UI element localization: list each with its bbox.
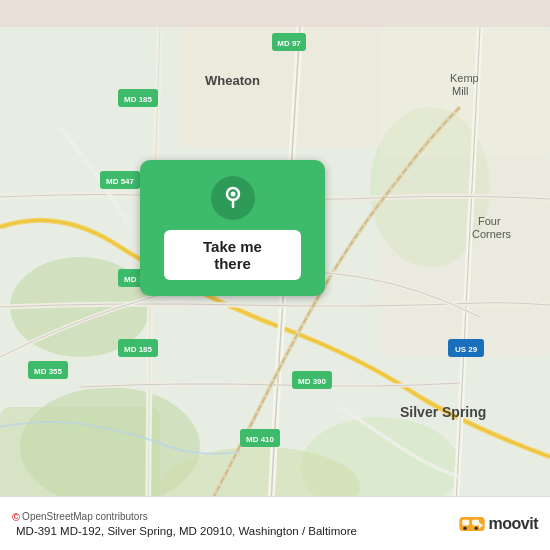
osm-text: OpenStreetMap contributors — [22, 511, 148, 522]
moovit-logo-icon — [458, 514, 486, 534]
osm-logo: © — [12, 511, 20, 523]
svg-text:Mill: Mill — [452, 85, 469, 97]
svg-point-35 — [230, 192, 235, 197]
svg-point-40 — [474, 526, 478, 530]
svg-text:MD 410: MD 410 — [246, 435, 275, 444]
svg-text:MD 185: MD 185 — [124, 345, 153, 354]
green-card: Take me there — [140, 160, 325, 296]
svg-point-39 — [463, 526, 467, 530]
svg-rect-37 — [462, 519, 469, 525]
location-pin-icon — [221, 184, 245, 212]
bottom-bar: © OpenStreetMap contributors MD-391 MD-1… — [0, 496, 550, 550]
svg-text:Kemp: Kemp — [450, 72, 479, 84]
map-container: Wheaton Kemp Mill Four Corners Silver Sp… — [0, 0, 550, 550]
svg-text:Wheaton: Wheaton — [205, 73, 260, 88]
location-label: MD-391 MD-192, Silver Spring, MD 20910, … — [12, 525, 458, 537]
svg-text:Silver Spring: Silver Spring — [400, 404, 486, 420]
svg-rect-38 — [472, 519, 479, 525]
moovit-brand: moovit — [458, 514, 538, 534]
svg-text:MD 185: MD 185 — [124, 95, 153, 104]
svg-text:Four: Four — [478, 215, 501, 227]
moovit-wordmark: moovit — [489, 515, 538, 533]
take-me-there-button[interactable]: Take me there — [164, 230, 301, 280]
svg-text:US 29: US 29 — [455, 345, 478, 354]
svg-text:MD 355: MD 355 — [34, 367, 63, 376]
pin-icon-container — [211, 176, 255, 220]
cta-panel: Take me there — [140, 160, 325, 296]
svg-text:MD 547: MD 547 — [106, 177, 135, 186]
osm-attribution: © OpenStreetMap contributors — [12, 511, 458, 523]
svg-text:MD 390: MD 390 — [298, 377, 327, 386]
svg-text:Corners: Corners — [472, 228, 512, 240]
svg-text:MD 97: MD 97 — [277, 39, 301, 48]
